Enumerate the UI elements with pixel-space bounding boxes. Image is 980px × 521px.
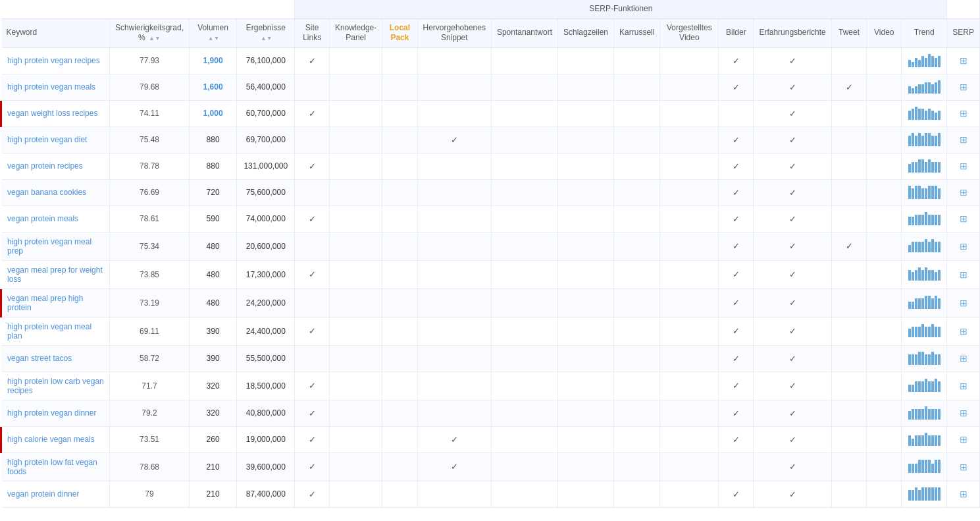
keyword-link[interactable]: high protein vegan dinner [7, 408, 96, 418]
serp-btn-cell[interactable]: ⊞ [947, 179, 980, 206]
vorgestelltes-header: Vorgestelltes Video [660, 18, 719, 47]
trend-bar-segment [938, 409, 941, 420]
serp-grid-icon[interactable]: ⊞ [960, 298, 967, 308]
serp-grid-icon[interactable]: ⊞ [960, 134, 967, 145]
keyword-link[interactable]: high protein low carb vegan recipes [7, 377, 104, 395]
serp-btn-cell[interactable]: ⊞ [947, 100, 980, 126]
serp-btn-cell[interactable]: ⊞ [947, 206, 980, 232]
check-icon: ✓ [789, 241, 796, 251]
trend-bar-segment [925, 296, 927, 309]
serp-btn-cell[interactable]: ⊞ [947, 400, 980, 426]
trend-cell [902, 452, 947, 481]
serp-grid-icon[interactable]: ⊞ [960, 434, 967, 445]
tweet-cell [831, 288, 866, 317]
keyword-link[interactable]: high protein vegan meals [7, 82, 95, 92]
serp-grid-icon[interactable]: ⊞ [960, 161, 967, 171]
erfahr-cell: ✓ [754, 206, 831, 232]
hervorgehobenes-cell [417, 260, 491, 288]
keyword-link[interactable]: high protein vegan diet [7, 135, 87, 144]
local-pack-cell [382, 179, 417, 206]
results-header[interactable]: Ergebnisse ▲▼ [237, 18, 295, 47]
keyword-link[interactable]: vegan banana cookies [7, 188, 86, 197]
serp-btn-cell[interactable]: ⊞ [947, 260, 980, 288]
serp-grid-icon[interactable]: ⊞ [960, 213, 967, 224]
serp-btn-cell[interactable]: ⊞ [947, 481, 980, 507]
serp-grid-icon[interactable]: ⊞ [960, 381, 967, 391]
serp-btn-cell[interactable]: ⊞ [947, 288, 980, 317]
check-icon: ✓ [789, 354, 796, 364]
serp-btn-cell[interactable]: ⊞ [947, 452, 980, 481]
trend-bar-segment [935, 162, 937, 173]
trend-bar-segment [908, 217, 911, 225]
serp-grid-icon[interactable]: ⊞ [960, 489, 967, 499]
serp-btn-cell[interactable]: ⊞ [947, 345, 980, 371]
bilder-cell: ✓ [719, 232, 754, 260]
karr-cell [614, 452, 660, 481]
serp-grid-icon[interactable]: ⊞ [960, 108, 967, 119]
trend-cell [902, 100, 947, 126]
trend-bar-segment [938, 111, 941, 120]
serp-btn-cell[interactable]: ⊞ [947, 153, 980, 179]
serp-grid-icon[interactable]: ⊞ [960, 408, 967, 418]
vorgest-cell [660, 100, 719, 126]
difficulty-cell: 78.68 [110, 452, 190, 481]
check-icon: ✓ [789, 462, 796, 472]
serp-grid-icon[interactable]: ⊞ [960, 462, 967, 472]
trend-bar-segment [931, 270, 934, 281]
keyword-link[interactable]: high protein vegan meal plan [7, 322, 91, 341]
trend-bar-segment [938, 298, 941, 309]
serp-btn-cell[interactable]: ⊞ [947, 126, 980, 153]
serp-grid-icon[interactable]: ⊞ [960, 269, 967, 280]
serp-btn-cell[interactable]: ⊞ [947, 317, 980, 345]
trend-bar-segment [938, 215, 941, 225]
trend-bar-segment [908, 329, 911, 337]
local-pack-cell [382, 452, 417, 481]
serp-btn-cell[interactable]: ⊞ [947, 371, 980, 400]
erfahr-cell: ✓ [754, 126, 831, 153]
serp-grid-icon[interactable]: ⊞ [960, 187, 967, 198]
serp-btn-cell[interactable]: ⊞ [947, 232, 980, 260]
volume-cell: 1,900 [190, 47, 237, 74]
hervorgehobenes-cell [417, 153, 491, 179]
keyword-link[interactable]: high calorie vegan meals [7, 435, 95, 444]
keyword-link[interactable]: vegan street tacos [7, 354, 72, 363]
keyword-link[interactable]: vegan weight loss recipes [7, 109, 97, 118]
check-icon: ✓ [789, 82, 796, 92]
results-cell: 17,300,000 [237, 260, 295, 288]
trend-bar-segment [925, 212, 927, 225]
keyword-link[interactable]: vegan meal prep high protein [7, 294, 83, 312]
keyword-link[interactable]: vegan protein recipes [7, 161, 83, 171]
vorgest-cell [660, 426, 719, 452]
serp-btn-cell[interactable]: ⊞ [947, 47, 980, 74]
keyword-link[interactable]: high protein vegan meal prep [7, 237, 91, 256]
trend-bar-segment [931, 435, 934, 446]
serp-btn-cell[interactable]: ⊞ [947, 74, 980, 100]
site-links-cell [295, 288, 329, 317]
serp-btn-cell[interactable]: ⊞ [947, 426, 980, 452]
volume-header[interactable]: Volumen ▲▼ [190, 18, 237, 47]
knowledge-panel-cell [329, 153, 382, 179]
trend-bar-segment [912, 385, 914, 392]
check-icon: ✓ [733, 435, 740, 445]
serp-grid-icon[interactable]: ⊞ [960, 241, 967, 252]
erfahr-cell: ✓ [754, 260, 831, 288]
serp-grid-icon[interactable]: ⊞ [960, 326, 967, 337]
trend-bar-segment [915, 464, 917, 473]
serp-grid-icon[interactable]: ⊞ [960, 55, 967, 66]
keyword-link[interactable]: high protein low fat vegan foods [7, 458, 97, 476]
trend-bar-segment [915, 86, 917, 94]
serp-grid-icon[interactable]: ⊞ [960, 82, 967, 92]
keyword-link[interactable]: vegan protein dinner [7, 489, 79, 499]
sort-arrow-difficulty: ▲▼ [149, 35, 161, 41]
results-cell: 75,600,000 [237, 179, 295, 206]
keyword-link[interactable]: high protein vegan recipes [7, 56, 100, 65]
keyword-link[interactable]: vegan meal prep for weight loss [7, 265, 103, 284]
volume-cell: 480 [190, 288, 237, 317]
difficulty-header[interactable]: Schwierigkeitsgrad, % ▲▼ [110, 18, 190, 47]
trend-bar-segment [921, 487, 924, 501]
tweet-cell [831, 426, 866, 452]
check-icon: ✓ [789, 214, 796, 224]
serp-grid-icon[interactable]: ⊞ [960, 353, 967, 364]
keyword-link[interactable]: vegan protein meals [7, 214, 78, 223]
trend-bar-segment [931, 381, 934, 392]
